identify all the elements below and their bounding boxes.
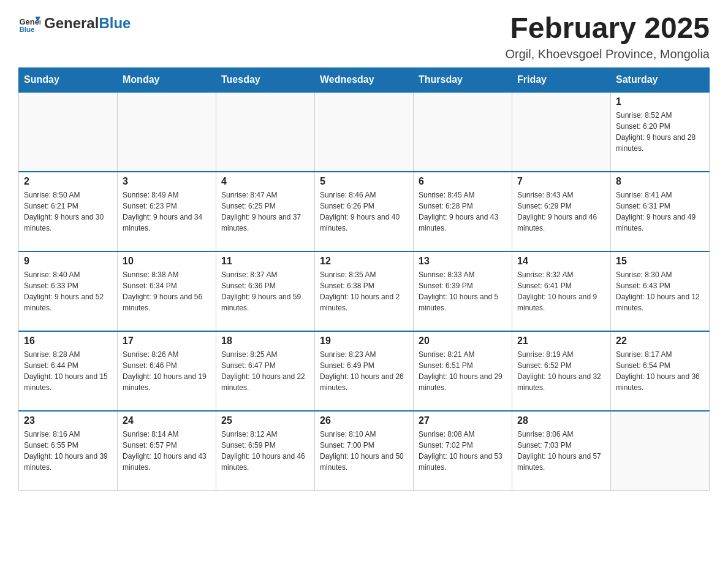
calendar-cell: 18Sunrise: 8:25 AMSunset: 6:47 PMDayligh…: [216, 331, 315, 411]
logo: General Blue GeneralBlue: [18, 12, 131, 34]
day-info: Sunrise: 8:12 AMSunset: 6:59 PMDaylight:…: [221, 429, 309, 473]
day-info: Sunrise: 8:23 AMSunset: 6:49 PMDaylight:…: [320, 349, 408, 393]
calendar-cell: [611, 411, 710, 491]
col-sunday: Sunday: [19, 67, 118, 92]
day-info: Sunrise: 8:30 AMSunset: 6:43 PMDaylight:…: [616, 269, 704, 313]
day-number: 28: [517, 415, 605, 426]
calendar-cell: 1Sunrise: 8:52 AMSunset: 6:20 PMDaylight…: [611, 92, 710, 172]
day-number: 15: [616, 256, 704, 267]
day-info: Sunrise: 8:40 AMSunset: 6:33 PMDaylight:…: [24, 269, 112, 313]
day-info: Sunrise: 8:26 AMSunset: 6:46 PMDaylight:…: [123, 349, 211, 393]
day-number: 5: [320, 176, 408, 187]
day-number: 2: [24, 176, 112, 187]
calendar-cell: 25Sunrise: 8:12 AMSunset: 6:59 PMDayligh…: [216, 411, 315, 491]
day-info: Sunrise: 8:17 AMSunset: 6:54 PMDaylight:…: [616, 349, 704, 393]
day-number: 13: [419, 256, 507, 267]
title-block: February 2025 Orgil, Khoevsgoel Province…: [505, 12, 710, 61]
logo-general-text: General: [44, 15, 99, 31]
calendar-cell: 23Sunrise: 8:16 AMSunset: 6:55 PMDayligh…: [19, 411, 118, 491]
calendar-cell: 22Sunrise: 8:17 AMSunset: 6:54 PMDayligh…: [611, 331, 710, 411]
day-number: 21: [517, 335, 605, 347]
day-info: Sunrise: 8:52 AMSunset: 6:20 PMDaylight:…: [616, 110, 704, 154]
col-friday: Friday: [512, 67, 611, 92]
calendar-cell: 15Sunrise: 8:30 AMSunset: 6:43 PMDayligh…: [611, 251, 710, 331]
day-info: Sunrise: 8:06 AMSunset: 7:03 PMDaylight:…: [517, 429, 605, 473]
day-number: 23: [24, 415, 112, 426]
calendar-cell: 26Sunrise: 8:10 AMSunset: 7:00 PMDayligh…: [315, 411, 414, 491]
week-row-3: 9Sunrise: 8:40 AMSunset: 6:33 PMDaylight…: [19, 251, 710, 331]
day-info: Sunrise: 8:19 AMSunset: 6:52 PMDaylight:…: [517, 349, 605, 393]
day-info: Sunrise: 8:14 AMSunset: 6:57 PMDaylight:…: [123, 429, 211, 473]
calendar-cell: 8Sunrise: 8:41 AMSunset: 6:31 PMDaylight…: [611, 172, 710, 251]
day-number: 8: [616, 176, 704, 187]
calendar-cell: 10Sunrise: 8:38 AMSunset: 6:34 PMDayligh…: [118, 251, 216, 331]
calendar-cell: 7Sunrise: 8:43 AMSunset: 6:29 PMDaylight…: [512, 172, 611, 251]
calendar-cell: 14Sunrise: 8:32 AMSunset: 6:41 PMDayligh…: [512, 251, 611, 331]
calendar-cell: 2Sunrise: 8:50 AMSunset: 6:21 PMDaylight…: [19, 172, 118, 251]
calendar-cell: 4Sunrise: 8:47 AMSunset: 6:25 PMDaylight…: [216, 172, 315, 251]
day-number: 6: [419, 176, 507, 187]
col-tuesday: Tuesday: [216, 67, 315, 92]
day-info: Sunrise: 8:45 AMSunset: 6:28 PMDaylight:…: [419, 190, 507, 234]
day-info: Sunrise: 8:16 AMSunset: 6:55 PMDaylight:…: [24, 429, 112, 473]
calendar-cell: 20Sunrise: 8:21 AMSunset: 6:51 PMDayligh…: [414, 331, 512, 411]
week-row-5: 23Sunrise: 8:16 AMSunset: 6:55 PMDayligh…: [19, 411, 710, 491]
logo-blue-text: Blue: [99, 15, 131, 31]
calendar-cell: [19, 92, 118, 172]
calendar-table: Sunday Monday Tuesday Wednesday Thursday…: [18, 67, 710, 491]
day-info: Sunrise: 8:28 AMSunset: 6:44 PMDaylight:…: [24, 349, 112, 393]
page-header: General Blue GeneralBlue February 2025 O…: [18, 12, 710, 61]
day-info: Sunrise: 8:35 AMSunset: 6:38 PMDaylight:…: [320, 269, 408, 313]
day-number: 22: [616, 335, 704, 347]
calendar-cell: 16Sunrise: 8:28 AMSunset: 6:44 PMDayligh…: [19, 331, 118, 411]
day-number: 17: [123, 335, 211, 347]
day-info: Sunrise: 8:21 AMSunset: 6:51 PMDaylight:…: [419, 349, 507, 393]
calendar-cell: 12Sunrise: 8:35 AMSunset: 6:38 PMDayligh…: [315, 251, 414, 331]
day-info: Sunrise: 8:37 AMSunset: 6:36 PMDaylight:…: [221, 269, 309, 313]
calendar-cell: 28Sunrise: 8:06 AMSunset: 7:03 PMDayligh…: [512, 411, 611, 491]
day-number: 25: [221, 415, 309, 426]
day-number: 24: [123, 415, 211, 426]
day-info: Sunrise: 8:10 AMSunset: 7:00 PMDaylight:…: [320, 429, 408, 473]
day-info: Sunrise: 8:33 AMSunset: 6:39 PMDaylight:…: [419, 269, 507, 313]
day-number: 18: [221, 335, 309, 347]
day-number: 9: [24, 256, 112, 267]
day-number: 4: [221, 176, 309, 187]
day-number: 1: [616, 96, 704, 107]
calendar-title: February 2025: [505, 12, 710, 45]
calendar-cell: [315, 92, 414, 172]
calendar-cell: 24Sunrise: 8:14 AMSunset: 6:57 PMDayligh…: [118, 411, 216, 491]
day-info: Sunrise: 8:41 AMSunset: 6:31 PMDaylight:…: [616, 190, 704, 234]
col-monday: Monday: [118, 67, 216, 92]
day-number: 19: [320, 335, 408, 347]
day-info: Sunrise: 8:08 AMSunset: 7:02 PMDaylight:…: [419, 429, 507, 473]
logo-icon: General Blue: [18, 12, 40, 34]
calendar-cell: 5Sunrise: 8:46 AMSunset: 6:26 PMDaylight…: [315, 172, 414, 251]
day-info: Sunrise: 8:47 AMSunset: 6:25 PMDaylight:…: [221, 190, 309, 234]
calendar-cell: 11Sunrise: 8:37 AMSunset: 6:36 PMDayligh…: [216, 251, 315, 331]
calendar-cell: 17Sunrise: 8:26 AMSunset: 6:46 PMDayligh…: [118, 331, 216, 411]
calendar-cell: 3Sunrise: 8:49 AMSunset: 6:23 PMDaylight…: [118, 172, 216, 251]
day-number: 14: [517, 256, 605, 267]
svg-text:Blue: Blue: [19, 26, 35, 33]
day-info: Sunrise: 8:46 AMSunset: 6:26 PMDaylight:…: [320, 190, 408, 234]
calendar-cell: [118, 92, 216, 172]
day-info: Sunrise: 8:49 AMSunset: 6:23 PMDaylight:…: [123, 190, 211, 234]
day-info: Sunrise: 8:38 AMSunset: 6:34 PMDaylight:…: [123, 269, 211, 313]
col-saturday: Saturday: [611, 67, 710, 92]
calendar-cell: [414, 92, 512, 172]
calendar-cell: 19Sunrise: 8:23 AMSunset: 6:49 PMDayligh…: [315, 331, 414, 411]
header-row: Sunday Monday Tuesday Wednesday Thursday…: [19, 67, 710, 92]
calendar-subtitle: Orgil, Khoevsgoel Province, Mongolia: [505, 47, 710, 61]
day-number: 20: [419, 335, 507, 347]
week-row-4: 16Sunrise: 8:28 AMSunset: 6:44 PMDayligh…: [19, 331, 710, 411]
calendar-cell: [216, 92, 315, 172]
calendar-cell: 27Sunrise: 8:08 AMSunset: 7:02 PMDayligh…: [414, 411, 512, 491]
calendar-cell: 6Sunrise: 8:45 AMSunset: 6:28 PMDaylight…: [414, 172, 512, 251]
col-wednesday: Wednesday: [315, 67, 414, 92]
day-number: 10: [123, 256, 211, 267]
day-info: Sunrise: 8:32 AMSunset: 6:41 PMDaylight:…: [517, 269, 605, 313]
day-number: 27: [419, 415, 507, 426]
day-number: 12: [320, 256, 408, 267]
week-row-2: 2Sunrise: 8:50 AMSunset: 6:21 PMDaylight…: [19, 172, 710, 251]
